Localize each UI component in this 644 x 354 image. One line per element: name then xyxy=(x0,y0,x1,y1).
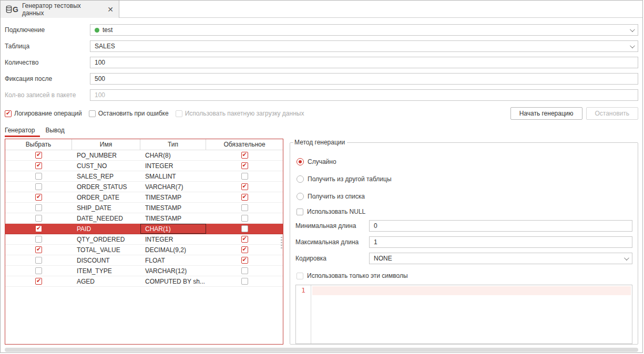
required-checkbox[interactable] xyxy=(241,204,248,211)
logging-checkbox[interactable] xyxy=(5,110,12,117)
required-checkbox[interactable] xyxy=(241,152,248,159)
select-checkbox[interactable] xyxy=(35,278,42,285)
table-row[interactable]: ORDER_DATETIMESTAMP xyxy=(5,192,283,203)
table-scrollbar[interactable] xyxy=(281,237,282,249)
from-list-radio-button[interactable] xyxy=(297,193,304,200)
commit-after-input[interactable]: 500 xyxy=(90,73,638,85)
min-length-value: 0 xyxy=(374,222,377,230)
table-row[interactable]: ITEM_TYPEVARCHAR(12) xyxy=(5,266,283,276)
tab-generator[interactable]: Генератор xyxy=(5,125,38,137)
column-name-cell: PAID xyxy=(72,224,140,234)
select-checkbox[interactable] xyxy=(35,162,42,169)
tab-close-icon[interactable]: ✕ xyxy=(107,6,114,13)
editor-code-area[interactable] xyxy=(311,285,632,343)
column-type-cell: TIMESTAMP xyxy=(140,213,206,223)
column-name-cell: TOTAL_VALUE xyxy=(72,245,140,255)
select-cell xyxy=(5,255,72,265)
select-checkbox[interactable] xyxy=(35,194,42,201)
required-checkbox[interactable] xyxy=(241,183,248,190)
select-checkbox[interactable] xyxy=(35,152,42,159)
min-length-input[interactable]: 0 xyxy=(369,220,632,232)
select-cell xyxy=(5,150,72,160)
table-select[interactable]: SALES xyxy=(90,40,638,52)
batch-load-checkbox xyxy=(176,110,182,117)
required-checkbox[interactable] xyxy=(241,215,248,222)
radio-random[interactable]: Случайно xyxy=(297,158,632,165)
encoding-select[interactable]: NONE xyxy=(369,253,632,264)
required-checkbox[interactable] xyxy=(241,162,248,169)
required-cell xyxy=(206,266,283,276)
chevron-down-icon xyxy=(630,43,635,48)
radio-from-table[interactable]: Получить из другой таблицы xyxy=(297,175,632,183)
document-tab[interactable]: G Генератор тестовых данных ✕ xyxy=(1,1,119,18)
table-row[interactable]: AGEDCOMPUTED BY sh... xyxy=(5,276,283,287)
select-cell xyxy=(5,266,72,276)
symbols-editor[interactable]: 1 xyxy=(295,285,632,344)
required-checkbox[interactable] xyxy=(241,236,248,243)
table-row[interactable]: DATE_NEEDEDTIMESTAMP xyxy=(5,213,283,224)
stop-on-error-checkbox[interactable] xyxy=(89,110,96,117)
batch-size-label: Кол-во записей в пакете xyxy=(5,91,90,99)
required-checkbox[interactable] xyxy=(241,173,248,180)
horizontal-scrollbar[interactable] xyxy=(5,348,638,352)
max-length-row: Максимальная длина 1 xyxy=(295,236,632,248)
options-row: Логирование операций Остановить при ошиб… xyxy=(5,107,638,120)
select-cell xyxy=(5,192,72,202)
batch-load-label: Использовать пакетную загрузку данных xyxy=(185,110,304,117)
use-null-checkbox[interactable] xyxy=(297,209,303,215)
document-tabbar: G Генератор тестовых данных ✕ xyxy=(1,1,642,18)
min-length-label: Минимальная длина xyxy=(295,222,365,230)
table-row[interactable]: PAIDCHAR(1) xyxy=(5,224,283,234)
table-row[interactable]: SHIP_DATETIMESTAMP xyxy=(5,203,283,213)
from-table-radio-button[interactable] xyxy=(297,175,304,183)
table-row[interactable]: ORDER_STATUSVARCHAR(7) xyxy=(5,182,283,192)
max-length-input[interactable]: 1 xyxy=(369,236,632,248)
encoding-row: Кодировка NONE xyxy=(295,253,632,264)
column-type-cell: VARCHAR(12) xyxy=(140,266,206,276)
select-checkbox[interactable] xyxy=(35,257,42,264)
count-input[interactable]: 100 xyxy=(90,57,638,68)
generation-method-panel: Метод генерации Случайно Получить из дру… xyxy=(290,139,638,345)
select-checkbox[interactable] xyxy=(35,173,42,180)
required-cell xyxy=(206,245,283,255)
stop-on-error-option[interactable]: Остановить при ошибке xyxy=(89,110,169,117)
radio-from-list[interactable]: Получить из списка xyxy=(297,193,632,200)
method-panel-title: Метод генерации xyxy=(293,139,347,146)
required-checkbox[interactable] xyxy=(241,194,248,201)
table-row[interactable]: PO_NUMBERCHAR(8) xyxy=(5,150,283,161)
table-row[interactable]: DISCOUNTFLOAT xyxy=(5,255,283,266)
required-checkbox[interactable] xyxy=(241,267,248,274)
select-cell xyxy=(5,203,72,213)
select-checkbox[interactable] xyxy=(35,267,42,274)
select-checkbox[interactable] xyxy=(35,215,42,222)
select-checkbox[interactable] xyxy=(35,225,42,232)
table-row[interactable]: TOTAL_VALUEDECIMAL(9,2) xyxy=(5,245,283,255)
select-cell xyxy=(5,234,72,244)
table-row[interactable]: CUST_NOINTEGER xyxy=(5,161,283,171)
from-list-radio-label: Получить из списка xyxy=(308,193,365,200)
database-generator-icon: G xyxy=(6,5,18,14)
connection-select[interactable]: test xyxy=(90,24,638,36)
required-checkbox[interactable] xyxy=(241,278,248,285)
select-checkbox[interactable] xyxy=(35,204,42,211)
table-row[interactable]: QTY_ORDEREDINTEGER xyxy=(5,234,283,245)
required-checkbox[interactable] xyxy=(241,246,248,253)
column-header: Обязательное xyxy=(206,139,283,150)
column-type-cell: DECIMAL(9,2) xyxy=(140,245,206,255)
use-null-option[interactable]: Использовать NULL xyxy=(297,208,632,215)
select-checkbox[interactable] xyxy=(35,236,42,243)
column-name-cell: SHIP_DATE xyxy=(72,203,140,213)
column-header: Имя xyxy=(72,139,140,150)
tab-output[interactable]: Вывод xyxy=(45,125,67,137)
required-checkbox[interactable] xyxy=(241,257,248,264)
connection-form: Подключение test Таблица SALES Количеств… xyxy=(1,18,642,101)
column-name-cell: CUST_NO xyxy=(72,161,140,171)
column-type-cell: VARCHAR(7) xyxy=(140,182,206,192)
start-generation-button[interactable]: Начать генерацию xyxy=(510,107,582,120)
select-checkbox[interactable] xyxy=(35,183,42,190)
select-checkbox[interactable] xyxy=(35,246,42,253)
required-checkbox[interactable] xyxy=(241,225,248,232)
table-row[interactable]: SALES_REPSMALLINT xyxy=(5,171,283,182)
random-radio-button[interactable] xyxy=(297,158,304,165)
logging-option[interactable]: Логирование операций xyxy=(5,110,82,117)
